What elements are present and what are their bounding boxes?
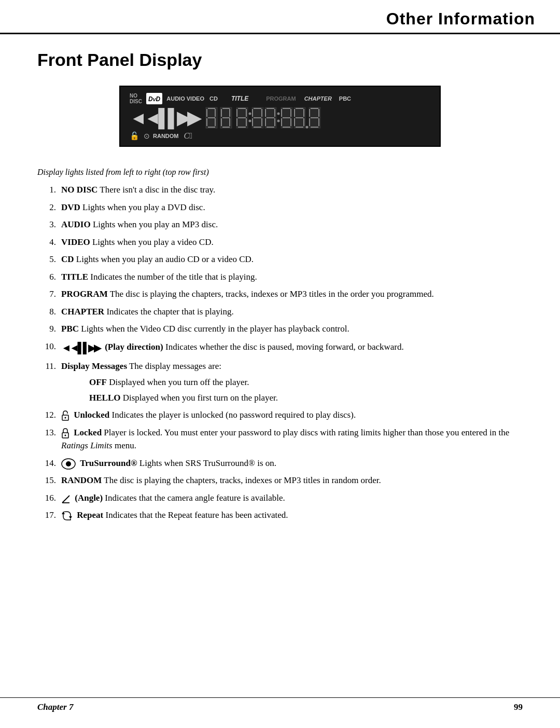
list-item: 3. AUDIO Lights when you play an MP3 dis… bbox=[37, 218, 523, 231]
unlock-icon bbox=[61, 410, 69, 421]
page-footer: Chapter 7 99 bbox=[0, 697, 560, 712]
item-body: Unlocked Indicates the player is unlocke… bbox=[61, 408, 523, 422]
item-number: 2. bbox=[37, 201, 61, 214]
lock-icon bbox=[61, 428, 69, 438]
svg-marker-77 bbox=[69, 516, 72, 519]
chapter-label: CHAPTER bbox=[304, 95, 332, 102]
sub-item-text: Displayed when you turn off the player. bbox=[109, 377, 249, 387]
item-label: RANDOM bbox=[61, 475, 102, 485]
item-number: 14. bbox=[37, 457, 61, 470]
title-label: TITLE bbox=[231, 95, 248, 102]
item-label: (Angle) bbox=[75, 493, 103, 503]
cd-label: CD bbox=[209, 95, 218, 102]
item-text: Lights when SRS TruSurround® is on. bbox=[139, 458, 276, 468]
item-label: TruSurround® bbox=[80, 458, 137, 468]
item-label: TITLE bbox=[61, 272, 88, 282]
transport-icons: ◄◄▌▌▶▶ bbox=[130, 109, 198, 127]
item-text: The display messages are: bbox=[129, 361, 221, 371]
dvd-logo: DVD bbox=[146, 93, 162, 104]
item-body: Repeat Indicates that the Repeat feature… bbox=[61, 509, 523, 522]
seg-time-display bbox=[235, 106, 339, 129]
item-text: The disc is playing the chapters, tracks… bbox=[110, 289, 434, 299]
item-number: 1. bbox=[37, 183, 61, 197]
page-header: Other Information bbox=[0, 0, 560, 34]
sub-item-hello: HELLO Displayed when you first turn on t… bbox=[89, 391, 278, 405]
list-item: 2. DVD Lights when you play a DVD disc. bbox=[37, 201, 523, 214]
svg-point-24 bbox=[249, 113, 251, 115]
list-item: 15. RANDOM The disc is playing the chapt… bbox=[37, 474, 523, 487]
item-body: ◄◄▌▌▶▶ (Play direction) Indicates whethe… bbox=[61, 340, 523, 355]
item-label: CD bbox=[61, 254, 74, 264]
svg-point-72 bbox=[65, 434, 66, 436]
item-text: Indicates the player is unlocked (no pas… bbox=[111, 410, 356, 420]
panel-random-label: RANDOM bbox=[153, 133, 179, 139]
item-body: RANDOM The disc is playing the chapters,… bbox=[61, 474, 523, 487]
sub-item-label: OFF bbox=[89, 377, 107, 387]
svg-point-70 bbox=[65, 417, 66, 419]
item-number: 13. bbox=[37, 426, 61, 439]
trusurround-icon bbox=[61, 458, 76, 470]
item-label: (Play direction) bbox=[105, 341, 163, 351]
item-number: 7. bbox=[37, 287, 61, 301]
item-label: DVD bbox=[61, 202, 80, 212]
item-label: CHAPTER bbox=[61, 307, 104, 317]
items-list: 1. NO DISC There isn't a disc in the dis… bbox=[37, 183, 523, 522]
item-number: 17. bbox=[37, 509, 61, 522]
item-number: 3. bbox=[37, 218, 61, 231]
list-item: 6. TITLE Indicates the number of the tit… bbox=[37, 270, 523, 284]
item-text: The disc is playing the chapters, tracks… bbox=[104, 475, 381, 485]
svg-point-60 bbox=[306, 126, 309, 129]
item-body: Locked Player is locked. You must enter … bbox=[61, 426, 523, 452]
footer-page-number: 99 bbox=[514, 702, 523, 712]
display-caption: Display lights listed from left to right… bbox=[37, 168, 523, 177]
item-text: Lights when the Video CD disc currently … bbox=[81, 324, 349, 334]
item-body: DVD Lights when you play a DVD disc. bbox=[61, 201, 523, 214]
list-item: 13. Locked Player is locked. You must en… bbox=[37, 426, 523, 452]
sub-item-label: HELLO bbox=[89, 393, 120, 403]
sub-item-text: Displayed when you first turn on the pla… bbox=[123, 393, 278, 403]
list-item: 9. PBC Lights when the Video CD disc cur… bbox=[37, 322, 523, 336]
item-body: AUDIO Lights when you play an MP3 disc. bbox=[61, 218, 523, 231]
item-number: 6. bbox=[37, 270, 61, 284]
item-label: PROGRAM bbox=[61, 289, 108, 299]
item-text: Lights when you play an MP3 disc. bbox=[93, 219, 218, 229]
panel-no-disc-label: NO DISC bbox=[130, 93, 142, 104]
panel-lock-icon: 🔓 bbox=[130, 131, 139, 141]
item-text: There isn't a disc in the disc tray. bbox=[100, 185, 215, 195]
list-item: 14. TruSurround® Lights when SRS TruSurr… bbox=[37, 457, 523, 470]
angle-icon bbox=[61, 493, 71, 504]
item-body: CHAPTER Indicates the chapter that is pl… bbox=[61, 305, 523, 319]
item-text: Indicates the number of the title that i… bbox=[90, 272, 257, 282]
list-item: 5. CD Lights when you play an audio CD o… bbox=[37, 253, 523, 266]
list-item: 4. VIDEO Lights when you play a video CD… bbox=[37, 236, 523, 249]
svg-point-43 bbox=[277, 120, 280, 122]
item-label: Repeat bbox=[77, 510, 103, 520]
item-number: 16. bbox=[37, 491, 61, 505]
list-item: 1. NO DISC There isn't a disc in the dis… bbox=[37, 183, 523, 197]
item-label: VIDEO bbox=[61, 237, 90, 247]
repeat-icon bbox=[61, 511, 73, 521]
list-item: 10. ◄◄▌▌▶▶ (Play direction) Indicates wh… bbox=[37, 340, 523, 355]
section-title: Front Panel Display bbox=[37, 50, 523, 70]
item-text: Indicates that the Repeat feature has be… bbox=[105, 510, 288, 520]
item-label: NO DISC bbox=[61, 185, 97, 195]
item-label: Display Messages bbox=[61, 361, 127, 371]
item-number: 8. bbox=[37, 305, 61, 319]
item-number: 5. bbox=[37, 253, 61, 266]
item-body: CD Lights when you play an audio CD or a… bbox=[61, 253, 523, 266]
item-text: Player is locked. You must enter your pa… bbox=[104, 428, 509, 437]
svg-point-25 bbox=[249, 120, 251, 122]
panel-angle-icon: C⃫ bbox=[184, 131, 193, 141]
item-label: Unlocked bbox=[74, 410, 109, 420]
list-item: 8. CHAPTER Indicates the chapter that is… bbox=[37, 305, 523, 319]
item-text: Indicates that the camera angle feature … bbox=[105, 493, 285, 503]
seg-two-digit bbox=[205, 106, 233, 129]
item-text: Indicates whether the disc is paused, mo… bbox=[165, 341, 404, 351]
item-text: Lights when you play a DVD disc. bbox=[82, 202, 205, 212]
item-body: NO DISC There isn't a disc in the disc t… bbox=[61, 183, 523, 197]
item-body: TruSurround® Lights when SRS TruSurround… bbox=[61, 457, 523, 470]
page-content: Front Panel Display NO DISC DVD AUDIO VI… bbox=[0, 34, 560, 557]
item-number: 9. bbox=[37, 322, 61, 336]
list-item: 12. Unlocked Indicates the player is unl… bbox=[37, 408, 523, 422]
svg-line-75 bbox=[62, 496, 69, 503]
